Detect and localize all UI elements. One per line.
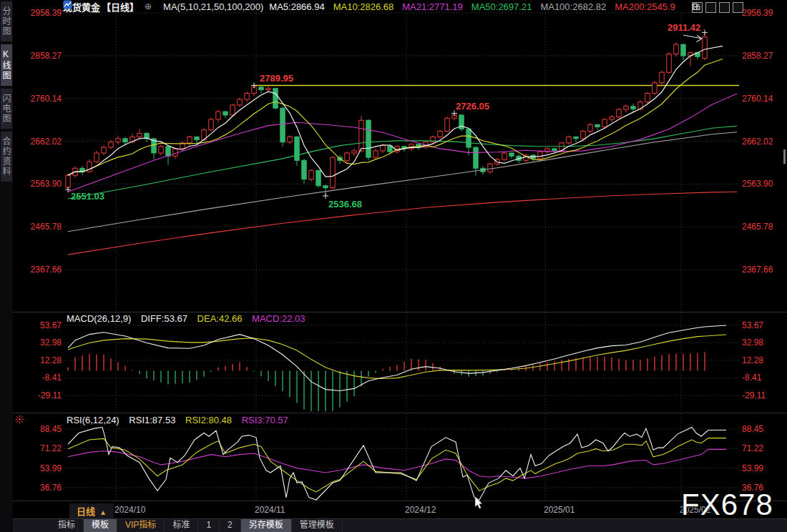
y-axis-label: 53.67 (17, 320, 62, 330)
price-annotation: 2911.42 (668, 22, 700, 33)
y-axis-label: 71.22 (742, 443, 786, 453)
price-annotation: 2789.95 (260, 73, 293, 84)
y-axis-label: 2465.78 (17, 222, 62, 232)
y-axis-label: -8.41 (17, 373, 62, 383)
ma-value-label: MA5:2866.94 (269, 1, 324, 12)
y-axis-label: 53.67 (742, 320, 786, 330)
y-axis-label: 2662.02 (742, 137, 786, 147)
y-axis-label: 12.28 (17, 355, 62, 365)
ma-value-label: MA200:2545.9 (615, 1, 675, 12)
y-axis-label: -8.41 (742, 373, 786, 383)
scale-vertical-icon[interactable] (705, 2, 716, 13)
sidebar-item-0[interactable]: 分时图 (1, 1, 12, 41)
ma-value-label: MA50:2697.21 (471, 1, 532, 12)
y-axis-label: 53.99 (17, 463, 62, 473)
scale-horizontal-icon[interactable] (719, 2, 730, 13)
macd-macd-value: MACD:22.03 (252, 313, 305, 324)
macd-header: MACD(26,12,9) DIFF:53.67 DEA:42.66 MACD:… (67, 313, 313, 324)
y-axis-label: 2858.27 (17, 51, 62, 61)
y-axis-label: 88.45 (17, 424, 62, 434)
macd-params-label: MACD(26,12,9) (67, 313, 131, 324)
chart-toolbar-icons (692, 2, 743, 13)
sidebar-item-1[interactable]: K线图 (1, 44, 12, 86)
bottom-tab-1[interactable]: 模板 (84, 519, 117, 532)
sidebar-item-3[interactable]: 合约资料 (1, 132, 12, 182)
y-axis-label: 32.98 (742, 338, 786, 348)
ma-values: MA5:2866.94MA10:2826.68MA21:2771.19MA50:… (269, 1, 675, 12)
bottom-tab-4[interactable]: 1 (198, 519, 220, 532)
y-axis-label: 2858.27 (742, 51, 786, 61)
price-annotation: 2536.68 (328, 199, 362, 210)
bottom-tab-7[interactable]: 管理模板 (292, 519, 343, 532)
bottom-tab-3[interactable]: 标准 (165, 519, 198, 532)
y-axis-label: 2465.78 (742, 222, 786, 232)
period-selector[interactable]: 日线▲ (69, 503, 114, 519)
expand-icon[interactable]: ⊕ (145, 1, 152, 11)
rsi3-value: RSI3:70.57 (242, 415, 288, 425)
y-axis-label: 2760.14 (742, 94, 786, 104)
y-axis-label: 36.76 (17, 483, 62, 493)
ma-settings-label: MA(5,10,21,50,100,200) (163, 1, 263, 12)
chevron-up-icon: ▲ (99, 508, 107, 516)
y-axis-label: 2367.66 (742, 265, 786, 275)
y-axis-label: 2367.66 (17, 265, 62, 275)
y-axis-label: 2956.39 (742, 8, 786, 18)
chart-header: 现货黄金【日线】 ⊕ MA(5,10,21,50,100,200) MA5:28… (63, 0, 675, 13)
mouse-cursor (475, 496, 482, 509)
price-annotation: 2551.03 (71, 191, 104, 202)
watermark: FX678 (681, 488, 773, 522)
y-axis-label: 2563.90 (742, 179, 786, 189)
rsi1-value: RSI1:87.53 (129, 415, 175, 425)
x-axis-label: 2024/10 (114, 505, 145, 515)
period-tag: 【日线】 (102, 0, 139, 14)
ma-value-label: MA10:2826.68 (333, 1, 394, 12)
y-axis-label: 88.45 (742, 424, 786, 434)
x-axis-label: 2025/01 (544, 505, 575, 515)
x-axis-label: 2024/11 (255, 505, 285, 515)
y-axis-label: 71.22 (17, 443, 62, 453)
y-axis-label: 2760.14 (17, 94, 62, 104)
y-axis-label: 2956.39 (17, 8, 62, 18)
collapse-panel-icon[interactable] (733, 2, 743, 13)
ma-value-label: MA100:2682.82 (540, 1, 606, 12)
bottom-tab-5[interactable]: 2 (220, 519, 241, 532)
y-axis-label: -29.11 (17, 390, 62, 400)
y-axis-label: 53.99 (742, 463, 786, 473)
bottom-tab-0[interactable]: 指标 (50, 519, 84, 532)
chart-canvas[interactable] (0, 0, 787, 532)
rsi-params-label: RSI(6,12,24) (67, 415, 119, 425)
rsi2-value: RSI2:80.48 (185, 415, 232, 425)
bottom-tab-6[interactable]: 另存模板 (241, 519, 292, 532)
scrollbar-thumb[interactable] (783, 149, 786, 164)
macd-dea-value: DEA:42.66 (197, 313, 243, 324)
y-axis-label: 12.28 (742, 355, 786, 365)
ma-value-label: MA21:2771.19 (402, 1, 463, 12)
period-selector-label: 日线 (77, 506, 95, 517)
x-axis-label: 2024/12 (405, 505, 436, 515)
y-axis-label: 32.98 (17, 338, 62, 348)
sidebar-item-2[interactable]: 闪电图 (1, 89, 12, 129)
macd-diff-value: DIFF:53.67 (141, 313, 187, 324)
price-annotation: 2726.05 (456, 101, 489, 112)
bottom-tab-2[interactable]: VIP指标 (117, 519, 165, 532)
rsi-header: RSI(6,12,24) RSI1:87.53 RSI2:80.48 RSI3:… (67, 415, 295, 425)
bottom-toolbar: 指标模板VIP指标标准12另存模板管理模板 (13, 518, 787, 532)
sidebar: 分时图K线图闪电图合约资料 (0, 0, 13, 532)
y-axis-label: 2662.02 (17, 137, 62, 147)
y-axis-label: 2563.90 (17, 179, 62, 189)
chart-app: 2956.392858.272760.142662.022563.902465.… (0, 0, 787, 532)
y-axis-label: -29.11 (742, 390, 786, 400)
